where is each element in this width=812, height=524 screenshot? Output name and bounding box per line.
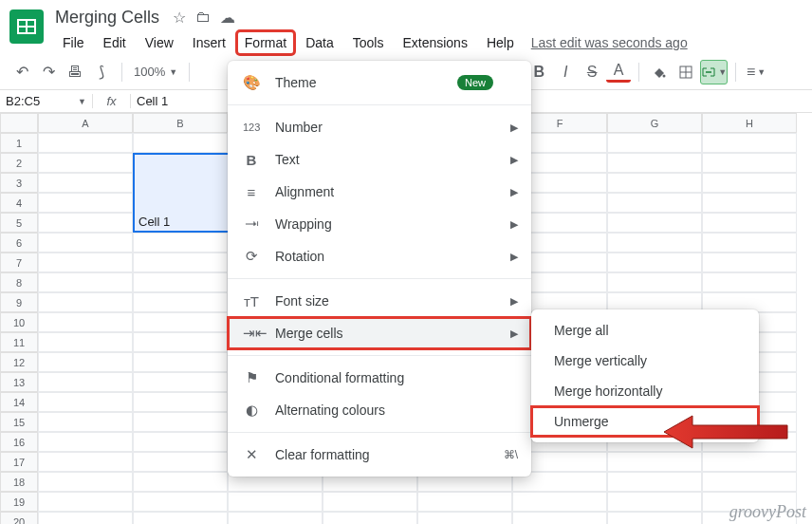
cell[interactable] bbox=[38, 472, 133, 492]
cell[interactable] bbox=[228, 492, 323, 512]
menu-item-wrapping[interactable]: ⭲Wrapping▶ bbox=[228, 208, 531, 240]
cell[interactable] bbox=[607, 492, 702, 512]
cell[interactable] bbox=[38, 292, 133, 312]
column-header[interactable]: B bbox=[133, 113, 228, 133]
menu-help[interactable]: Help bbox=[479, 31, 522, 54]
cell[interactable] bbox=[228, 512, 323, 524]
row-header[interactable]: 13 bbox=[0, 372, 38, 392]
cell[interactable] bbox=[702, 173, 797, 193]
cell[interactable] bbox=[702, 472, 797, 492]
print-button[interactable]: 🖶 bbox=[63, 60, 87, 84]
menu-file[interactable]: File bbox=[55, 31, 92, 54]
row-header[interactable]: 4 bbox=[0, 193, 38, 213]
row-header[interactable]: 7 bbox=[0, 253, 38, 272]
row-header[interactable]: 17 bbox=[0, 452, 38, 472]
select-all-corner[interactable] bbox=[0, 113, 38, 133]
cell[interactable] bbox=[133, 512, 228, 524]
menu-item-font-size[interactable]: тTFont size▶ bbox=[228, 285, 531, 317]
cell[interactable] bbox=[702, 193, 797, 213]
last-edit-info[interactable]: Last edit was seconds ago bbox=[531, 35, 688, 50]
row-header[interactable]: 5 bbox=[0, 213, 38, 233]
borders-button[interactable] bbox=[674, 60, 698, 84]
cell[interactable] bbox=[512, 512, 607, 524]
submenu-item-merge-horizontally[interactable]: Merge horizontally bbox=[531, 376, 759, 406]
cell[interactable] bbox=[38, 153, 133, 173]
cell[interactable] bbox=[607, 233, 702, 253]
undo-button[interactable]: ↶ bbox=[9, 60, 34, 84]
menu-data[interactable]: Data bbox=[298, 31, 341, 54]
submenu-item-merge-all[interactable]: Merge all bbox=[531, 315, 759, 346]
cell[interactable] bbox=[133, 472, 228, 492]
merge-cells-button[interactable]: ▼ bbox=[700, 60, 728, 84]
submenu-item-merge-vertically[interactable]: Merge vertically bbox=[531, 346, 759, 376]
cell[interactable] bbox=[38, 432, 133, 452]
cell[interactable] bbox=[133, 412, 228, 432]
column-header[interactable]: A bbox=[38, 113, 133, 133]
cell[interactable] bbox=[38, 173, 133, 193]
cell[interactable] bbox=[133, 372, 228, 392]
cell[interactable] bbox=[702, 253, 797, 272]
menu-extensions[interactable]: Extensions bbox=[395, 31, 474, 54]
cell[interactable] bbox=[38, 492, 133, 512]
cell[interactable] bbox=[133, 292, 228, 312]
cell[interactable] bbox=[38, 193, 133, 213]
cell[interactable] bbox=[607, 253, 702, 272]
cell[interactable] bbox=[607, 133, 702, 153]
sheets-logo-icon[interactable] bbox=[9, 9, 44, 44]
cell[interactable] bbox=[38, 452, 133, 472]
paint-format-button[interactable]: ⟆ bbox=[89, 60, 114, 84]
cell[interactable] bbox=[702, 153, 797, 173]
menu-item-theme[interactable]: 🎨ThemeNew bbox=[228, 66, 531, 99]
cell[interactable] bbox=[512, 492, 607, 512]
cell[interactable] bbox=[38, 412, 133, 432]
cell[interactable] bbox=[607, 512, 702, 524]
zoom-select[interactable]: 100% ▼ bbox=[130, 65, 181, 79]
cell[interactable] bbox=[38, 312, 133, 332]
menu-item-alternating-colours[interactable]: ◐Alternating colours bbox=[228, 394, 531, 426]
row-header[interactable]: 6 bbox=[0, 233, 38, 253]
cell[interactable] bbox=[702, 272, 797, 292]
cloud-status-icon[interactable]: ☁ bbox=[220, 9, 235, 27]
cell[interactable] bbox=[607, 272, 702, 292]
cell[interactable] bbox=[38, 133, 133, 153]
cell[interactable] bbox=[133, 352, 228, 372]
cell[interactable] bbox=[38, 372, 133, 392]
cell[interactable] bbox=[133, 492, 228, 512]
row-header[interactable]: 20 bbox=[0, 512, 38, 524]
horizontal-align-button[interactable]: ≡▼ bbox=[744, 60, 768, 84]
menu-format[interactable]: Format bbox=[237, 31, 294, 54]
cell[interactable] bbox=[38, 512, 133, 524]
row-header[interactable]: 3 bbox=[0, 173, 38, 193]
cell[interactable] bbox=[38, 213, 133, 233]
cell[interactable] bbox=[702, 133, 797, 153]
cell[interactable] bbox=[133, 133, 228, 153]
cell[interactable] bbox=[607, 153, 702, 173]
cell[interactable] bbox=[38, 332, 133, 352]
cell[interactable] bbox=[607, 213, 702, 233]
move-icon[interactable]: 🗀 bbox=[195, 9, 211, 27]
cell[interactable] bbox=[702, 233, 797, 253]
column-header[interactable]: H bbox=[702, 113, 797, 133]
cell[interactable] bbox=[323, 492, 417, 512]
redo-button[interactable]: ↷ bbox=[36, 60, 61, 84]
cell[interactable] bbox=[38, 233, 133, 253]
cell[interactable] bbox=[607, 472, 702, 492]
cell[interactable] bbox=[133, 432, 228, 452]
row-header[interactable]: 19 bbox=[0, 492, 38, 512]
cell[interactable] bbox=[133, 272, 228, 292]
column-header[interactable]: G bbox=[607, 113, 702, 133]
menu-item-number[interactable]: 123Number▶ bbox=[228, 111, 531, 143]
fill-color-button[interactable] bbox=[647, 60, 672, 84]
row-header[interactable]: 18 bbox=[0, 472, 38, 492]
row-header[interactable]: 15 bbox=[0, 412, 38, 432]
menu-item-text[interactable]: BText▶ bbox=[228, 143, 531, 176]
cell[interactable] bbox=[417, 492, 512, 512]
row-header[interactable]: 11 bbox=[0, 332, 38, 352]
row-header[interactable]: 12 bbox=[0, 352, 38, 372]
row-header[interactable]: 2 bbox=[0, 153, 38, 173]
menu-item-conditional-formatting[interactable]: ⚑Conditional formatting bbox=[228, 362, 531, 394]
text-color-button[interactable]: A bbox=[606, 62, 631, 83]
star-icon[interactable]: ☆ bbox=[173, 9, 186, 27]
cell[interactable] bbox=[133, 452, 228, 472]
doc-title[interactable]: Merging Cells bbox=[55, 8, 159, 28]
